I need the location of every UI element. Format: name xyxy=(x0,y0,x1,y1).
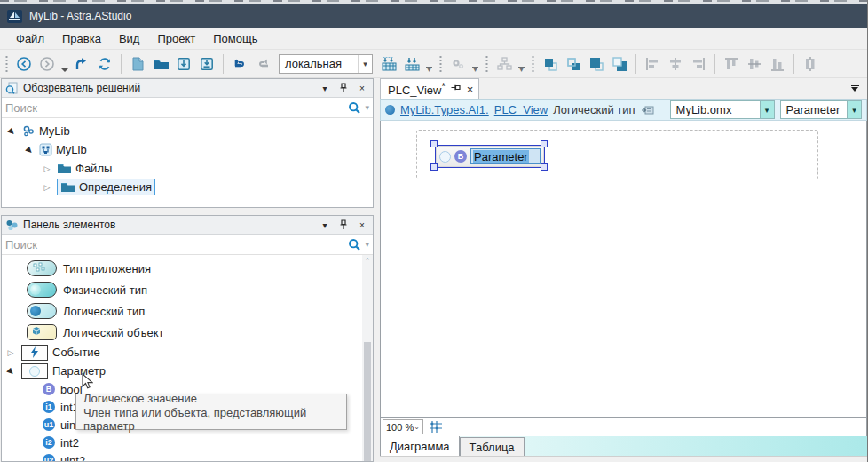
rename-icon[interactable] xyxy=(641,105,654,116)
align-center-icon[interactable] xyxy=(665,53,686,75)
selection-handle-sw[interactable] xyxy=(430,163,438,171)
toolbar-grip[interactable] xyxy=(438,54,443,74)
selection-handle-nw[interactable] xyxy=(430,140,438,147)
breadcrumb-link-type[interactable]: MyLib.Types.AI1. xyxy=(400,103,489,116)
expander-icon[interactable] xyxy=(41,164,53,173)
diagram-canvas[interactable]: B Parameter xyxy=(380,121,867,418)
align-left-icon[interactable] xyxy=(642,53,663,75)
solution-explorer-header[interactable]: Обозреватель решений ▾ × xyxy=(2,79,373,98)
selection-handle-se[interactable] xyxy=(541,163,548,171)
parameter-element[interactable]: B Parameter xyxy=(435,145,545,168)
tree-node-definitions[interactable]: Определения xyxy=(2,178,373,196)
toolbar-overflow-icon[interactable]: ▾ xyxy=(470,53,480,75)
combo-dropdown-icon[interactable]: ▾ xyxy=(760,101,774,118)
menu-project[interactable]: Проект xyxy=(148,29,204,48)
toolbox-item-event[interactable]: Событие xyxy=(2,343,373,362)
menu-edit[interactable]: Правка xyxy=(53,29,110,48)
undo-icon[interactable] xyxy=(229,53,250,75)
pin-icon[interactable] xyxy=(451,84,462,93)
expander-icon[interactable] xyxy=(4,348,17,357)
expander-icon[interactable] xyxy=(23,146,36,155)
retrieve-grid-icon[interactable] xyxy=(401,53,422,75)
tree-node-files[interactable]: Файлы xyxy=(2,159,373,178)
open-folder-icon[interactable] xyxy=(150,53,171,75)
expander-icon[interactable] xyxy=(41,183,53,192)
tab-list-icon[interactable] xyxy=(848,81,862,95)
search-icon[interactable] xyxy=(348,238,361,251)
search-options-icon[interactable]: ▾ xyxy=(365,103,369,112)
toolbox-scrollbar[interactable]: ⌃ xyxy=(362,255,373,461)
toolbox-item-parameter[interactable]: Параметр xyxy=(2,362,373,380)
title-bar[interactable]: MyLib - Astra.AStudio xyxy=(0,4,867,28)
align-right-icon[interactable] xyxy=(688,53,709,75)
settings-gears-icon[interactable] xyxy=(447,53,469,75)
selection-handle-ne[interactable] xyxy=(541,140,548,147)
member-combo[interactable]: Parameter ▾ xyxy=(780,100,862,119)
toolbox-item-physical-type[interactable]: Физический тип xyxy=(2,279,373,300)
toolbox-search-input[interactable] xyxy=(5,238,348,251)
save-all-icon[interactable] xyxy=(196,53,217,75)
pin-icon[interactable] xyxy=(336,81,351,95)
solution-search-input[interactable] xyxy=(5,101,348,115)
toolbar-grip[interactable] xyxy=(531,54,535,74)
dock-splitter-vertical[interactable] xyxy=(374,78,380,462)
search-icon[interactable] xyxy=(348,101,361,115)
expander-icon[interactable] xyxy=(5,127,18,136)
same-size-icon[interactable] xyxy=(800,53,821,75)
dock-splitter[interactable] xyxy=(1,208,374,215)
element-name-textbox[interactable]: Parameter xyxy=(470,148,541,164)
bring-forward-icon[interactable] xyxy=(586,53,607,75)
panel-menu-icon[interactable]: ▾ xyxy=(318,218,332,232)
close-icon[interactable]: × xyxy=(467,83,474,96)
pin-icon[interactable] xyxy=(336,218,351,232)
close-icon[interactable]: × xyxy=(355,81,369,95)
bring-to-front-icon[interactable] xyxy=(540,53,561,75)
align-bottom-icon[interactable] xyxy=(767,53,788,75)
toolbar-grip[interactable] xyxy=(4,54,9,74)
save-icon[interactable] xyxy=(173,53,194,75)
combo-dropdown-icon[interactable]: ▾ xyxy=(358,55,372,73)
toolbar-grip[interactable] xyxy=(485,54,489,74)
toolbox-item-int2[interactable]: i2 int2 xyxy=(2,434,373,451)
menu-view[interactable]: Вид xyxy=(110,29,149,48)
tab-table[interactable]: Таблица xyxy=(460,437,525,456)
toolbox-item-uint2[interactable]: u2 uint2 xyxy=(2,451,373,461)
toolbar-overflow-icon[interactable]: ▾ xyxy=(517,53,526,75)
toolbar-overflow-icon[interactable]: ▾ xyxy=(424,53,434,75)
toolbox-item-logical-object[interactable]: Логический объект xyxy=(2,322,373,343)
refresh-icon[interactable] xyxy=(94,53,115,75)
forward-icon[interactable] xyxy=(36,53,58,75)
align-top-icon[interactable] xyxy=(721,53,742,75)
selected-tree-node[interactable]: Определения xyxy=(57,179,155,195)
toolbox-item-logical-type[interactable]: Логический тип xyxy=(2,300,373,322)
panel-menu-icon[interactable]: ▾ xyxy=(318,81,332,95)
search-options-icon[interactable]: ▾ xyxy=(365,240,369,249)
toolbox-header[interactable]: Панель элементов ▾ × xyxy=(2,216,373,235)
tab-diagram[interactable]: Диаграмма xyxy=(381,436,460,456)
grid-toggle-icon[interactable] xyxy=(429,420,443,434)
scrollbar-thumb[interactable] xyxy=(364,342,371,461)
redo-icon[interactable] xyxy=(252,53,273,75)
zoom-dropdown-icon[interactable]: ⌄ xyxy=(414,423,422,431)
deploy-grid-icon[interactable] xyxy=(378,53,399,75)
close-icon[interactable]: × xyxy=(355,218,369,232)
navigate-up-icon[interactable] xyxy=(71,53,92,75)
tab-plc-view[interactable]: PLC_View* × xyxy=(380,78,479,99)
send-backward-icon[interactable] xyxy=(609,53,630,75)
tree-node-project[interactable]: MyLib xyxy=(2,140,373,159)
new-file-icon[interactable] xyxy=(127,53,148,75)
toolbox-item-application-type[interactable]: Тип приложения xyxy=(2,258,373,279)
combo-dropdown-icon[interactable]: ▾ xyxy=(847,101,861,118)
send-to-back-icon[interactable] xyxy=(563,53,584,75)
breadcrumb-link-view[interactable]: PLC_View xyxy=(494,103,548,116)
expander-icon[interactable] xyxy=(4,367,17,376)
menu-file[interactable]: Файл xyxy=(7,29,53,48)
diagram-layout-icon[interactable] xyxy=(493,53,515,75)
align-middle-icon[interactable] xyxy=(744,53,765,75)
menu-help[interactable]: Помощь xyxy=(204,29,266,48)
file-combo[interactable]: MyLib.omx ▾ xyxy=(670,100,775,119)
zoom-select[interactable]: 100 % ⌄ xyxy=(383,419,423,434)
tree-node-solution[interactable]: MyLib xyxy=(2,122,373,140)
deploy-target-combo[interactable]: локальная ▾ xyxy=(279,54,373,74)
forward-dropdown-icon[interactable] xyxy=(59,53,69,75)
